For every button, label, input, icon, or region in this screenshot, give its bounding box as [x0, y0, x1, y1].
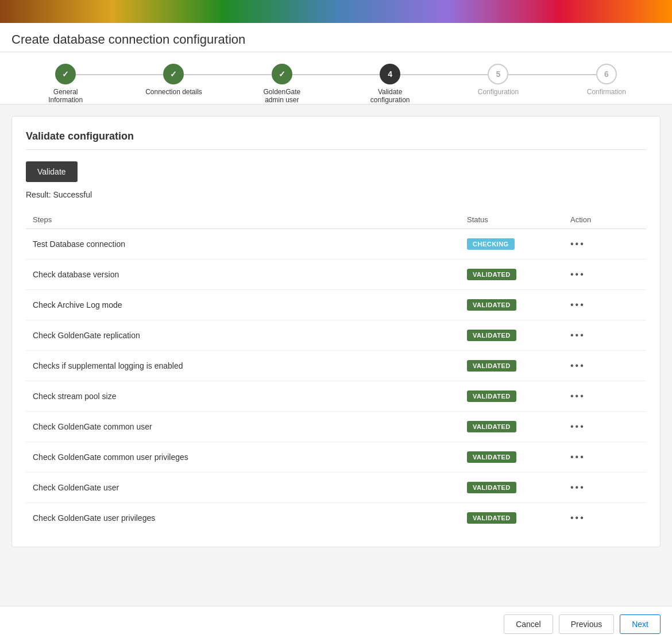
status-label: VALIDATED — [467, 269, 516, 280]
table-row: Checks if supplemental logging is enable… — [26, 351, 646, 381]
status-label: VALIDATED — [467, 360, 516, 372]
status-label: VALIDATED — [467, 482, 516, 493]
step-label-5: Configuration — [478, 88, 519, 96]
wizard-step-3: ✓ GoldenGate admin user — [228, 64, 336, 104]
result-text: Result: Successful — [26, 190, 646, 199]
step-name: Test Database connection — [33, 239, 467, 249]
top-banner — [0, 0, 672, 23]
step-name: Check GoldenGate user — [33, 483, 467, 492]
table-row: Test Database connection CHECKING ••• — [26, 229, 646, 260]
status-badge: VALIDATED — [467, 512, 570, 524]
step-name: Check GoldenGate common user — [33, 422, 467, 431]
action-menu[interactable]: ••• — [570, 361, 639, 371]
step-label-6: Confirmation — [587, 88, 626, 96]
status-badge: VALIDATED — [467, 360, 570, 372]
step-name: Check GoldenGate user privileges — [33, 513, 467, 523]
step-label-2: Connection details — [145, 88, 202, 96]
status-badge: VALIDATED — [467, 421, 570, 432]
status-badge: VALIDATED — [467, 451, 570, 463]
step-label-3: GoldenGate admin user — [253, 88, 311, 104]
col-steps: Steps — [33, 215, 467, 224]
footer-bar: Cancel Previous Next — [0, 606, 672, 642]
status-badge: VALIDATED — [467, 482, 570, 493]
table-row: Check GoldenGate user VALIDATED ••• — [26, 473, 646, 503]
status-label: VALIDATED — [467, 421, 516, 432]
action-menu[interactable]: ••• — [570, 300, 639, 310]
step-label-1: General Information — [37, 88, 94, 104]
status-badge: CHECKING — [467, 238, 570, 250]
table-row: Check database version VALIDATED ••• — [26, 260, 646, 290]
wizard-step-1: ✓ General Information — [11, 64, 119, 104]
table-row: Check Archive Log mode VALIDATED ••• — [26, 290, 646, 320]
step-circle-2: ✓ — [163, 64, 184, 84]
wizard-step-2: ✓ Connection details — [119, 64, 227, 96]
table-row: Check GoldenGate user privileges VALIDAT… — [26, 503, 646, 533]
cancel-button[interactable]: Cancel — [504, 614, 553, 634]
col-action: Action — [570, 215, 639, 224]
status-label: VALIDATED — [467, 390, 516, 402]
status-label: VALIDATED — [467, 299, 516, 311]
action-menu[interactable]: ••• — [570, 452, 639, 462]
wizard-step-6: 6 Confirmation — [553, 64, 661, 96]
table-body: Test Database connection CHECKING ••• Ch… — [26, 229, 646, 533]
table-row: Check GoldenGate common user privileges … — [26, 442, 646, 473]
wizard-steps: ✓ General Information ✓ Connection detai… — [0, 52, 672, 105]
action-menu[interactable]: ••• — [570, 421, 639, 432]
section-title: Validate configuration — [26, 130, 646, 150]
step-circle-4: 4 — [380, 64, 400, 84]
step-name: Check GoldenGate common user privileges — [33, 453, 467, 462]
main-content: Validate configuration Validate Result: … — [11, 116, 661, 547]
step-name: Check stream pool size — [33, 392, 467, 401]
step-name: Checks if supplemental logging is enable… — [33, 361, 467, 370]
step-label-4: Validate configuration — [361, 88, 419, 104]
step-name: Check database version — [33, 270, 467, 279]
action-menu[interactable]: ••• — [570, 269, 639, 280]
step-name: Check GoldenGate replication — [33, 331, 467, 340]
step-circle-3: ✓ — [272, 64, 292, 84]
page-title: Create database connection configuration — [0, 23, 672, 52]
status-badge: VALIDATED — [467, 330, 570, 341]
table-row: Check GoldenGate common user VALIDATED •… — [26, 412, 646, 442]
step-circle-5: 5 — [488, 64, 508, 84]
status-badge: VALIDATED — [467, 299, 570, 311]
action-menu[interactable]: ••• — [570, 513, 639, 523]
wizard-step-5: 5 Configuration — [444, 64, 552, 96]
status-label: VALIDATED — [467, 330, 516, 341]
col-status: Status — [467, 215, 570, 224]
next-button[interactable]: Next — [620, 614, 661, 634]
previous-button[interactable]: Previous — [559, 614, 614, 634]
status-badge: VALIDATED — [467, 390, 570, 402]
status-label: VALIDATED — [467, 512, 516, 524]
action-menu[interactable]: ••• — [570, 482, 639, 493]
table-row: Check stream pool size VALIDATED ••• — [26, 381, 646, 412]
action-menu[interactable]: ••• — [570, 330, 639, 341]
action-menu[interactable]: ••• — [570, 239, 639, 249]
table-row: Check GoldenGate replication VALIDATED •… — [26, 320, 646, 351]
validate-button[interactable]: Validate — [26, 161, 78, 182]
status-label: VALIDATED — [467, 451, 516, 463]
step-name: Check Archive Log mode — [33, 300, 467, 310]
status-label: CHECKING — [467, 238, 515, 250]
step-circle-1: ✓ — [55, 64, 76, 84]
action-menu[interactable]: ••• — [570, 391, 639, 401]
table-header: Steps Status Action — [26, 211, 646, 229]
status-badge: VALIDATED — [467, 269, 570, 280]
step-circle-6: 6 — [596, 64, 617, 84]
wizard-step-4: 4 Validate configuration — [336, 64, 444, 104]
